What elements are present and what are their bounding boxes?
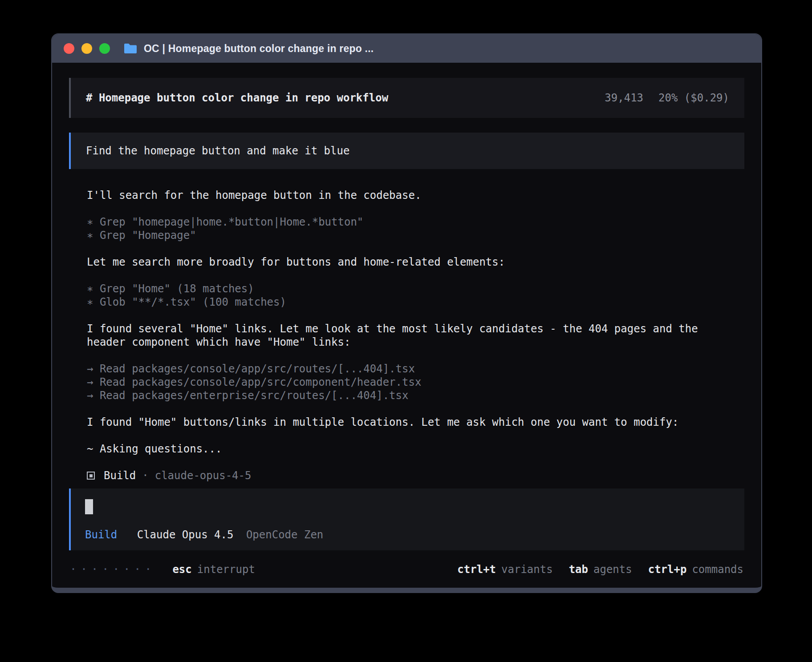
tool-call-line: ∗ Glob "**/*.tsx" (100 matches) [87, 295, 728, 309]
session-header: # Homepage button color change in repo w… [69, 78, 744, 118]
assistant-message-line: Let me search more broadly for buttons a… [87, 255, 728, 269]
mode-label[interactable]: Build [85, 529, 117, 541]
text-cursor [85, 499, 93, 514]
agent-model: claude-opus-4-5 [155, 469, 252, 482]
prompt-input[interactable]: Build Claude Opus 4.5 OpenCode Zen [69, 488, 744, 550]
model-line: Build Claude Opus 4.5 OpenCode Zen [85, 528, 730, 541]
shortcut-commands: ctrl+p commands [648, 563, 743, 576]
agent-separator: · [142, 469, 148, 482]
provider-name: OpenCode Zen [246, 529, 323, 541]
tool-call-line: → Read packages/console/app/src/routes/[… [87, 362, 728, 375]
spinner-dots: ········ [70, 563, 155, 576]
shortcut-label: variants [501, 563, 553, 576]
user-message: Find the homepage button and make it blu… [69, 133, 744, 169]
status-shortcuts: ctrl+t variants tab agents ctrl+p comman… [457, 563, 743, 576]
folder-icon [123, 43, 138, 54]
tool-call-line: → Read packages/console/app/src/componen… [87, 375, 728, 389]
tool-call-line: → Read packages/enterprise/src/routes/[.… [87, 389, 728, 402]
tool-call-line: ∗ Grep "homepage|home.*button|Home.*butt… [87, 215, 728, 229]
context-usage: 20% ($0.29) [658, 92, 729, 104]
assistant-message-line: I found several "Home" links. Let me loo… [87, 322, 728, 349]
terminal-content: # Homepage button color change in repo w… [52, 63, 761, 576]
status-left: ········ esc interrupt [70, 563, 255, 576]
assistant-message-line: I found "Home" buttons/links in multiple… [87, 416, 728, 429]
agent-square-icon [87, 472, 95, 480]
title-bar: OC | Homepage button color change in rep… [52, 34, 761, 63]
window-title: OC | Homepage button color change in rep… [144, 43, 374, 55]
close-button[interactable] [64, 43, 74, 54]
minimize-button[interactable] [81, 43, 92, 54]
model-name[interactable]: Claude Opus 4.5 [137, 529, 234, 541]
terminal-window: OC | Homepage button color change in rep… [51, 33, 762, 593]
interrupt-key: esc [172, 563, 191, 576]
agent-status-line: Build · claude-opus-4-5 [87, 469, 728, 482]
shortcut-variants: ctrl+t variants [457, 563, 552, 576]
assistant-message-line: I'll search for the homepage button in t… [87, 189, 728, 202]
shortcut-key: ctrl+p [648, 563, 687, 576]
agent-name: Build [104, 469, 136, 482]
status-bar: ········ esc interrupt ctrl+t variants t… [69, 563, 744, 576]
zoom-button[interactable] [99, 43, 110, 54]
interrupt-label: interrupt [197, 563, 255, 576]
user-message-text: Find the homepage button and make it blu… [86, 145, 349, 157]
assistant-status-line: ~ Asking questions... [87, 442, 728, 456]
shortcut-agents: tab agents [569, 563, 632, 576]
token-count: 39,413 [605, 92, 643, 104]
shortcut-key: ctrl+t [457, 563, 496, 576]
session-title: # Homepage button color change in repo w… [86, 92, 388, 104]
shortcut-label: commands [692, 563, 743, 576]
session-stats: 39,413 20% ($0.29) [605, 92, 729, 104]
transcript: I'll search for the homepage button in t… [87, 189, 728, 482]
tool-call-line: ∗ Grep "Home" (18 matches) [87, 282, 728, 295]
tool-call-line: ∗ Grep "Homepage" [87, 229, 728, 242]
shortcut-label: agents [593, 563, 632, 576]
shortcut-key: tab [569, 563, 588, 576]
